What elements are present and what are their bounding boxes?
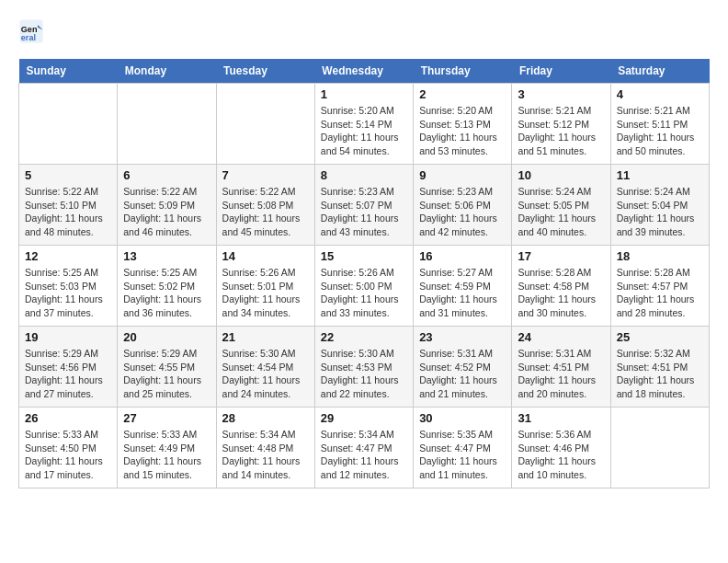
day-number: 2 (419, 87, 506, 101)
calendar-cell (216, 84, 314, 165)
day-info: Sunrise: 5:29 AM Sunset: 4:55 PM Dayligh… (123, 347, 210, 401)
day-number: 25 (617, 330, 703, 344)
calendar-cell: 19Sunrise: 5:29 AM Sunset: 4:56 PM Dayli… (19, 327, 118, 408)
calendar-cell: 21Sunrise: 5:30 AM Sunset: 4:54 PM Dayli… (216, 327, 314, 408)
day-info: Sunrise: 5:25 AM Sunset: 5:03 PM Dayligh… (25, 266, 111, 320)
calendar-cell: 26Sunrise: 5:33 AM Sunset: 4:50 PM Dayli… (19, 408, 118, 488)
day-number: 11 (617, 168, 703, 182)
calendar-cell: 30Sunrise: 5:35 AM Sunset: 4:47 PM Dayli… (414, 408, 512, 488)
calendar-cell: 16Sunrise: 5:27 AM Sunset: 4:59 PM Dayli… (414, 246, 512, 327)
day-of-week-header: Wednesday (314, 59, 413, 84)
day-number: 7 (222, 168, 309, 182)
day-number: 5 (25, 168, 111, 182)
day-info: Sunrise: 5:31 AM Sunset: 4:52 PM Dayligh… (419, 347, 506, 401)
day-info: Sunrise: 5:32 AM Sunset: 4:51 PM Dayligh… (617, 347, 703, 401)
day-info: Sunrise: 5:34 AM Sunset: 4:47 PM Dayligh… (321, 428, 407, 482)
day-info: Sunrise: 5:30 AM Sunset: 4:53 PM Dayligh… (321, 347, 407, 401)
day-number: 3 (518, 87, 604, 101)
day-info: Sunrise: 5:21 AM Sunset: 5:11 PM Dayligh… (617, 104, 703, 158)
day-info: Sunrise: 5:25 AM Sunset: 5:02 PM Dayligh… (123, 266, 210, 320)
calendar-cell: 22Sunrise: 5:30 AM Sunset: 4:53 PM Dayli… (314, 327, 413, 408)
day-number: 31 (518, 411, 604, 425)
day-number: 30 (419, 411, 506, 425)
calendar-cell: 23Sunrise: 5:31 AM Sunset: 4:52 PM Dayli… (414, 327, 512, 408)
svg-text:eral: eral (21, 33, 36, 42)
day-number: 14 (222, 249, 309, 263)
calendar-cell (118, 84, 216, 165)
calendar-header-row: SundayMondayTuesdayWednesdayThursdayFrid… (19, 59, 710, 84)
day-info: Sunrise: 5:24 AM Sunset: 5:04 PM Dayligh… (617, 185, 703, 239)
calendar-cell: 7Sunrise: 5:22 AM Sunset: 5:08 PM Daylig… (216, 165, 314, 246)
day-number: 17 (518, 249, 604, 263)
calendar-cell: 2Sunrise: 5:20 AM Sunset: 5:13 PM Daylig… (414, 84, 512, 165)
calendar-cell: 29Sunrise: 5:34 AM Sunset: 4:47 PM Dayli… (314, 408, 413, 488)
day-of-week-header: Friday (512, 59, 610, 84)
calendar-cell: 25Sunrise: 5:32 AM Sunset: 4:51 PM Dayli… (610, 327, 709, 408)
day-info: Sunrise: 5:27 AM Sunset: 4:59 PM Dayligh… (419, 266, 506, 320)
day-number: 13 (123, 249, 210, 263)
calendar-cell: 6Sunrise: 5:22 AM Sunset: 5:09 PM Daylig… (118, 165, 216, 246)
day-number: 26 (25, 411, 111, 425)
calendar-cell: 17Sunrise: 5:28 AM Sunset: 4:58 PM Dayli… (512, 246, 610, 327)
day-number: 24 (518, 330, 604, 344)
calendar-cell: 31Sunrise: 5:36 AM Sunset: 4:46 PM Dayli… (512, 408, 610, 488)
calendar-cell (610, 408, 709, 488)
day-info: Sunrise: 5:31 AM Sunset: 4:51 PM Dayligh… (518, 347, 604, 401)
day-number: 4 (617, 87, 703, 101)
calendar-cell: 24Sunrise: 5:31 AM Sunset: 4:51 PM Dayli… (512, 327, 610, 408)
calendar-cell: 9Sunrise: 5:23 AM Sunset: 5:06 PM Daylig… (414, 165, 512, 246)
logo-icon: Gen eral (18, 18, 44, 44)
day-info: Sunrise: 5:30 AM Sunset: 4:54 PM Dayligh… (222, 347, 309, 401)
day-info: Sunrise: 5:26 AM Sunset: 5:00 PM Dayligh… (321, 266, 407, 320)
calendar-week-row: 1Sunrise: 5:20 AM Sunset: 5:14 PM Daylig… (19, 84, 710, 165)
day-info: Sunrise: 5:28 AM Sunset: 4:57 PM Dayligh… (617, 266, 703, 320)
calendar-cell: 14Sunrise: 5:26 AM Sunset: 5:01 PM Dayli… (216, 246, 314, 327)
page-header: Gen eral (18, 18, 710, 44)
calendar-cell: 8Sunrise: 5:23 AM Sunset: 5:07 PM Daylig… (314, 165, 413, 246)
day-info: Sunrise: 5:33 AM Sunset: 4:50 PM Dayligh… (25, 428, 111, 482)
day-number: 29 (321, 411, 407, 425)
calendar-cell: 13Sunrise: 5:25 AM Sunset: 5:02 PM Dayli… (118, 246, 216, 327)
calendar-cell: 18Sunrise: 5:28 AM Sunset: 4:57 PM Dayli… (610, 246, 709, 327)
day-number: 18 (617, 249, 703, 263)
day-number: 27 (123, 411, 210, 425)
day-number: 8 (321, 168, 407, 182)
day-number: 10 (518, 168, 604, 182)
day-number: 1 (321, 87, 407, 101)
day-of-week-header: Monday (118, 59, 216, 84)
day-info: Sunrise: 5:23 AM Sunset: 5:07 PM Dayligh… (321, 185, 407, 239)
day-info: Sunrise: 5:26 AM Sunset: 5:01 PM Dayligh… (222, 266, 309, 320)
day-number: 15 (321, 249, 407, 263)
day-number: 16 (419, 249, 506, 263)
day-info: Sunrise: 5:28 AM Sunset: 4:58 PM Dayligh… (518, 266, 604, 320)
calendar-cell: 1Sunrise: 5:20 AM Sunset: 5:14 PM Daylig… (314, 84, 413, 165)
day-info: Sunrise: 5:20 AM Sunset: 5:14 PM Dayligh… (321, 104, 407, 158)
day-info: Sunrise: 5:22 AM Sunset: 5:09 PM Dayligh… (123, 185, 210, 239)
calendar-cell: 12Sunrise: 5:25 AM Sunset: 5:03 PM Dayli… (19, 246, 118, 327)
day-of-week-header: Tuesday (216, 59, 314, 84)
calendar-cell: 5Sunrise: 5:22 AM Sunset: 5:10 PM Daylig… (19, 165, 118, 246)
calendar-cell: 11Sunrise: 5:24 AM Sunset: 5:04 PM Dayli… (610, 165, 709, 246)
day-info: Sunrise: 5:22 AM Sunset: 5:10 PM Dayligh… (25, 185, 111, 239)
calendar-week-row: 26Sunrise: 5:33 AM Sunset: 4:50 PM Dayli… (19, 408, 710, 488)
day-info: Sunrise: 5:20 AM Sunset: 5:13 PM Dayligh… (419, 104, 506, 158)
calendar-cell: 4Sunrise: 5:21 AM Sunset: 5:11 PM Daylig… (610, 84, 709, 165)
day-info: Sunrise: 5:24 AM Sunset: 5:05 PM Dayligh… (518, 185, 604, 239)
day-number: 19 (25, 330, 111, 344)
calendar-cell: 20Sunrise: 5:29 AM Sunset: 4:55 PM Dayli… (118, 327, 216, 408)
day-of-week-header: Sunday (19, 59, 118, 84)
day-number: 20 (123, 330, 210, 344)
day-of-week-header: Saturday (610, 59, 709, 84)
day-number: 6 (123, 168, 210, 182)
day-number: 21 (222, 330, 309, 344)
day-info: Sunrise: 5:35 AM Sunset: 4:47 PM Dayligh… (419, 428, 506, 482)
day-info: Sunrise: 5:34 AM Sunset: 4:48 PM Dayligh… (222, 428, 309, 482)
calendar-week-row: 19Sunrise: 5:29 AM Sunset: 4:56 PM Dayli… (19, 327, 710, 408)
calendar-cell: 10Sunrise: 5:24 AM Sunset: 5:05 PM Dayli… (512, 165, 610, 246)
calendar-cell: 15Sunrise: 5:26 AM Sunset: 5:00 PM Dayli… (314, 246, 413, 327)
calendar-cell (19, 84, 118, 165)
day-info: Sunrise: 5:22 AM Sunset: 5:08 PM Dayligh… (222, 185, 309, 239)
day-number: 9 (419, 168, 506, 182)
day-of-week-header: Thursday (414, 59, 512, 84)
day-number: 12 (25, 249, 111, 263)
